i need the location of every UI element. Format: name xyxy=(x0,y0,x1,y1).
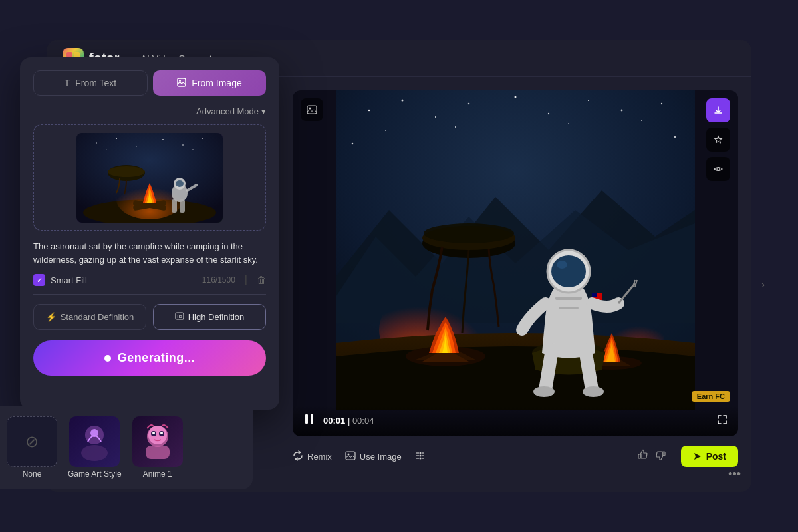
svg-point-85 xyxy=(419,452,421,454)
tab-from-image-label: From Image xyxy=(192,78,241,88)
svg-point-45 xyxy=(468,103,470,105)
advanced-mode-chevron: ▾ xyxy=(261,106,266,116)
current-time: 00:01 xyxy=(323,416,345,426)
divider xyxy=(33,294,266,295)
svg-rect-78 xyxy=(307,106,317,114)
right-chevron[interactable]: › xyxy=(761,279,765,291)
right-panel: Earn FC 00:01 | 00:04 xyxy=(259,77,751,492)
svg-point-35 xyxy=(148,426,167,444)
svg-rect-81 xyxy=(305,414,308,424)
separator: | xyxy=(245,274,247,286)
svg-point-10 xyxy=(162,139,164,140)
svg-rect-94 xyxy=(638,454,640,458)
svg-point-7 xyxy=(96,142,97,144)
svg-point-51 xyxy=(385,130,386,131)
standard-definition-btn[interactable]: ⚡ Standard Definition xyxy=(33,304,146,330)
svg-point-47 xyxy=(548,113,549,114)
thumbs-down-btn[interactable] xyxy=(654,448,668,465)
svg-point-87 xyxy=(419,457,421,459)
svg-text:HD: HD xyxy=(177,315,182,319)
svg-point-32 xyxy=(90,429,98,437)
image-tab-icon xyxy=(177,78,186,89)
advanced-mode-label: Advanced Mode xyxy=(196,106,259,116)
total-time: 00:04 xyxy=(352,416,374,426)
svg-point-79 xyxy=(309,108,311,110)
smart-fill-checkbox[interactable]: ✓ xyxy=(33,274,45,286)
more-options-btn[interactable]: ••• xyxy=(728,467,741,481)
svg-point-71 xyxy=(557,261,567,269)
svg-point-63 xyxy=(424,223,514,243)
svg-point-5 xyxy=(179,80,181,82)
thumb-none-img: ⊘ xyxy=(7,416,57,467)
lightning-icon: ⚡ xyxy=(46,312,57,322)
tab-from-text-label: From Text xyxy=(75,78,116,88)
standard-def-label: Standard Definition xyxy=(61,312,134,322)
use-image-btn[interactable]: Use Image xyxy=(345,450,402,463)
download-btn[interactable] xyxy=(706,98,730,122)
tab-from-text[interactable]: T From Text xyxy=(33,70,148,96)
svg-point-39 xyxy=(160,432,163,434)
svg-point-31 xyxy=(81,445,108,461)
thumbnail-row: ⊘ None xyxy=(0,406,253,489)
post-label: Post xyxy=(706,451,726,462)
left-panel: T From Text From Image Advance xyxy=(20,57,279,410)
svg-point-54 xyxy=(641,120,642,121)
trash-icon[interactable]: 🗑 xyxy=(257,275,266,285)
earn-fc-badge: Earn FC xyxy=(692,391,730,402)
thumb-game-art[interactable]: Game Art Style xyxy=(68,416,122,479)
svg-point-43 xyxy=(402,100,404,102)
thumb-none[interactable]: ⊘ None xyxy=(7,416,57,479)
star-btn[interactable] xyxy=(706,128,730,152)
video-container: Earn FC 00:01 | 00:04 xyxy=(293,90,738,436)
high-def-label: High Definition xyxy=(188,312,245,322)
pause-btn[interactable] xyxy=(303,413,315,428)
time-display: 00:01 | 00:04 xyxy=(323,416,374,426)
thumb-anime[interactable]: Anime 1 xyxy=(132,416,183,479)
advanced-mode-toggle[interactable]: Advanced Mode ▾ xyxy=(33,106,266,116)
tab-from-image[interactable]: From Image xyxy=(153,70,266,96)
thumb-game-art-label: Game Art Style xyxy=(68,469,122,479)
svg-point-86 xyxy=(419,454,421,456)
remix-icon xyxy=(293,450,303,463)
svg-point-12 xyxy=(202,138,203,139)
vote-group xyxy=(636,448,668,465)
svg-point-80 xyxy=(717,168,720,170)
svg-rect-68 xyxy=(592,293,597,297)
thumbs-up-btn[interactable] xyxy=(636,448,649,465)
image-upload-area[interactable] xyxy=(33,124,266,231)
post-btn[interactable]: Post xyxy=(681,446,738,467)
hd-icon: HD xyxy=(175,311,184,323)
svg-point-46 xyxy=(515,96,517,98)
svg-point-56 xyxy=(674,136,676,138)
svg-point-44 xyxy=(435,116,436,118)
svg-point-13 xyxy=(106,149,106,150)
svg-point-77 xyxy=(583,386,604,397)
video-top-left-controls xyxy=(301,98,323,121)
svg-point-8 xyxy=(116,138,117,139)
text-tab-icon: T xyxy=(65,78,70,88)
thumb-none-label: None xyxy=(23,469,42,479)
settings-action-btn[interactable] xyxy=(415,450,426,463)
thumb-anime-img xyxy=(132,416,183,467)
prompt-text: The astronaut sat by the campfire while … xyxy=(33,240,266,266)
eye-btn[interactable] xyxy=(706,157,730,181)
fullscreen-btn[interactable] xyxy=(717,414,728,428)
image-view-btn[interactable] xyxy=(301,98,323,121)
use-image-label: Use Image xyxy=(360,452,402,462)
svg-point-84 xyxy=(347,453,349,455)
smart-fill-label: Smart Fill xyxy=(51,275,197,285)
generate-button[interactable]: Generating... xyxy=(33,340,266,376)
svg-point-42 xyxy=(368,110,370,111)
app-window: fotor AI Video Generator ▾ T From Text xyxy=(47,40,751,492)
generate-label: Generating... xyxy=(118,351,196,365)
svg-rect-23 xyxy=(180,200,185,213)
tab-group: T From Text From Image xyxy=(33,70,266,96)
svg-point-55 xyxy=(352,143,354,145)
svg-point-53 xyxy=(568,123,569,124)
svg-point-49 xyxy=(621,110,623,112)
svg-rect-95 xyxy=(663,452,665,456)
remix-btn[interactable]: Remix xyxy=(293,450,332,463)
svg-point-9 xyxy=(136,146,136,146)
settings-icon xyxy=(415,450,426,463)
high-definition-btn[interactable]: HD High Definition xyxy=(153,304,266,330)
